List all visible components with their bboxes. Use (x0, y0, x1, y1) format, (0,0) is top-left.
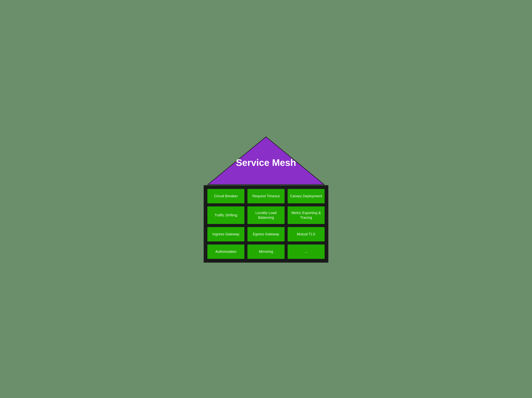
feature-cell-locality-load-balancing[interactable]: Locality Load Balancing (247, 206, 285, 224)
feature-cell-canary-deployment[interactable]: Canary Deployment (287, 189, 325, 204)
feature-label-ellipsis: ... (304, 249, 308, 254)
diagram-title: Service Mesh (236, 157, 296, 168)
feature-cell-traffic-shifting[interactable]: Traffic Shifting (207, 206, 245, 224)
feature-label-ingress-gateway: Ingress Gateway (212, 232, 239, 236)
features-grid: Circuit BreakerRequest TimeoutCanary Dep… (207, 189, 325, 259)
feature-label-authorization: Authorization (215, 249, 236, 254)
house-body: Circuit BreakerRequest TimeoutCanary Dep… (204, 185, 328, 263)
main-container: Service Mesh Circuit BreakerRequest Time… (204, 135, 328, 263)
feature-cell-egress-gateway[interactable]: Egress Gateway (247, 227, 285, 242)
feature-label-locality-load-balancing: Locality Load Balancing (250, 211, 282, 220)
feature-label-traffic-shifting: Traffic Shifting (215, 213, 237, 218)
feature-label-request-timeout: Request Timeout (253, 194, 280, 199)
feature-label-egress-gateway: Egress Gateway (253, 232, 279, 236)
feature-label-circuit-breaker: Circuit Breaker (214, 194, 238, 199)
feature-cell-mirroring[interactable]: Mirroring (247, 244, 285, 259)
feature-label-mutual-tls: Mutual TLS (297, 232, 315, 236)
feature-label-canary-deployment: Canary Deployment (290, 194, 322, 199)
feature-cell-circuit-breaker[interactable]: Circuit Breaker (207, 189, 245, 204)
feature-cell-ellipsis[interactable]: ... (287, 244, 325, 259)
feature-label-metric-exporting-tracing: Metric Exporting & Tracing (290, 211, 322, 220)
triangle-wrapper: Service Mesh (206, 135, 326, 185)
feature-cell-ingress-gateway[interactable]: Ingress Gateway (207, 227, 245, 242)
feature-cell-request-timeout[interactable]: Request Timeout (247, 189, 285, 204)
feature-cell-mutual-tls[interactable]: Mutual TLS (287, 227, 325, 242)
feature-cell-metric-exporting-tracing[interactable]: Metric Exporting & Tracing (287, 206, 325, 224)
feature-label-mirroring: Mirroring (259, 249, 273, 254)
feature-cell-authorization[interactable]: Authorization (207, 244, 245, 259)
